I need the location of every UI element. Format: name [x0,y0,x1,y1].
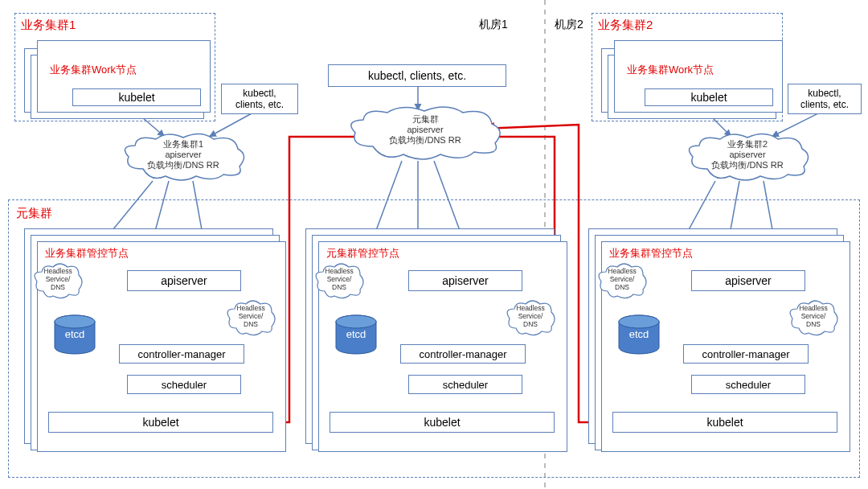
ctrl2-scheduler: scheduler [408,375,522,394]
ctrl3-kubelet: kubelet [612,412,837,433]
work-node2-title: 业务集群Work节点 [627,63,714,77]
ctrl3-etcd: etcd [617,314,661,357]
work-node-title-1: 业务集群Work节点 [50,63,137,77]
svg-point-26 [55,315,95,328]
ctrl2-headless-right: Headless Service/ DNS [505,299,556,338]
ctrl3-headless-right-text: Headless Service/ DNS [788,299,839,329]
ctrl3-title: 业务集群管控节点 [609,246,693,261]
ctrl1-headless-left-text: Headless Service/ DNS [32,262,84,292]
ctrl1-apiserver: apiserver [127,270,241,291]
kubectl-clients-left-text: kubectl, clients, etc. [235,88,284,111]
ctrl1-kubelet: kubelet [48,412,273,433]
biz-cluster2-title: 业务集群2 [598,18,653,33]
ctrl2-apiserver: apiserver [408,270,522,291]
svg-point-30 [619,315,659,328]
ctrl1-headless-right: Headless Service/ DNS [225,299,276,338]
ctrl2-headless-left: Headless Service/ DNS [313,262,365,301]
room2-label: 机房2 [555,18,583,32]
meta-lb-text: 元集群 apiserver 负载均衡/DNS RR [346,106,505,146]
kubectl-clients-left: kubectl, clients, etc. [221,84,298,114]
biz-lb1-cloud: 业务集群1 apiserver 负载均衡/DNS RR [119,133,248,183]
ctrl2-headless-right-text: Headless Service/ DNS [505,299,556,329]
kubectl-clients-center: kubectl, clients, etc. [328,64,506,87]
ctrl1-title: 业务集群管控节点 [45,246,129,261]
ctrl3-scheduler: scheduler [691,375,805,394]
ctrl1-scheduler: scheduler [127,375,241,394]
kubelet-box-2: kubelet [645,88,773,106]
ctrl3-headless-left-text: Headless Service/ DNS [596,262,648,292]
meta-lb-cloud: 元集群 apiserver 负载均衡/DNS RR [346,106,505,161]
ctrl2-headless-left-text: Headless Service/ DNS [313,262,365,292]
ctrl3-headless-left: Headless Service/ DNS [596,262,648,301]
ctrl2-etcd-text: etcd [334,328,378,340]
ctrl3-apiserver: apiserver [691,270,805,291]
kubelet-box-1: kubelet [72,88,201,106]
room1-label: 机房1 [479,18,508,32]
meta-cluster-title: 元集群 [16,206,52,221]
biz-lb1-text: 业务集群1 apiserver 负载均衡/DNS RR [119,133,248,171]
biz-lb2-cloud: 业务集群2 apiserver 负载均衡/DNS RR [683,133,812,183]
biz-lb2-text: 业务集群2 apiserver 负载均衡/DNS RR [683,133,812,171]
ctrl1-headless-right-text: Headless Service/ DNS [225,299,276,329]
svg-point-28 [336,315,376,328]
kubectl-clients-right-text: kubectl, clients, etc. [800,88,849,111]
ctrl1-etcd: etcd [53,314,96,357]
ctrl2-title: 元集群管控节点 [326,246,399,261]
ctrl2-etcd: etcd [334,314,378,357]
ctrl1-controller-manager: controller-manager [119,344,244,364]
ctrl2-kubelet: kubelet [330,412,555,433]
ctrl2-controller-manager: controller-manager [400,344,526,364]
ctrl1-etcd-text: etcd [53,328,96,340]
ctrl3-etcd-text: etcd [617,328,661,340]
ctrl1-headless-left: Headless Service/ DNS [32,262,84,301]
kubectl-clients-right: kubectl, clients, etc. [788,84,862,114]
biz-cluster1-title: 业务集群1 [21,18,76,33]
ctrl3-headless-right: Headless Service/ DNS [788,299,839,338]
ctrl3-controller-manager: controller-manager [683,344,809,364]
